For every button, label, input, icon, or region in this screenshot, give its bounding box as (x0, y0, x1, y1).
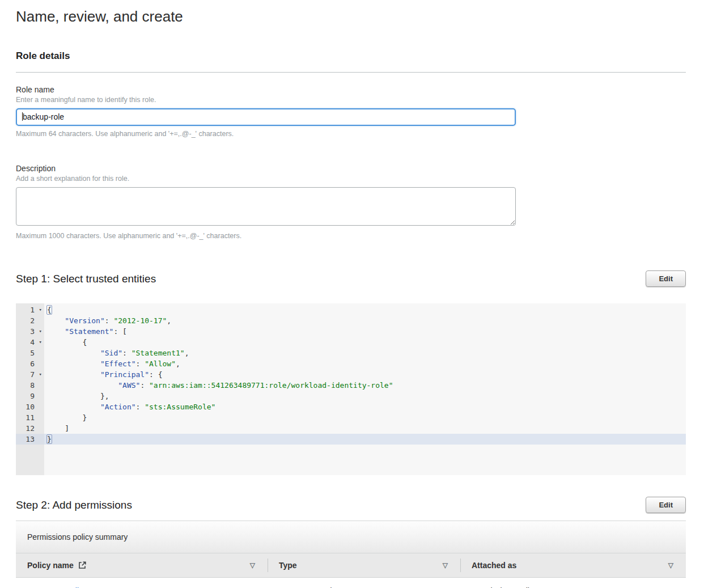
role-name-hint: Maximum 64 characters. Use alphanumeric … (16, 130, 686, 138)
gutter-line: 12 (16, 423, 44, 434)
gutter-line: 7▾ (16, 369, 44, 380)
step2-header-row: Step 2: Add permissions Edit (16, 497, 686, 513)
role-name-help: Enter a meaningful name to identify this… (16, 96, 686, 104)
code-line[interactable]: "Version": "2012-10-17", (44, 315, 686, 326)
table-row: AmazonS3FullAccess AWS managed Permissio… (16, 578, 686, 588)
column-header-type[interactable]: Type ▽ (268, 553, 460, 577)
step2-heading: Step 2: Add permissions (16, 499, 132, 511)
description-hint: Maximum 1000 characters. Use alphanumeri… (16, 232, 686, 240)
code-line[interactable]: "Sid": "Statement1", (44, 348, 686, 358)
code-line[interactable]: "AWS": "arn:aws:iam::541263489771:role/w… (44, 380, 686, 391)
gutter-line: 4▾ (16, 337, 44, 348)
code-line[interactable]: "Effect": "Allow", (44, 358, 686, 369)
gutter-line: 11 (16, 412, 44, 423)
column-header-attached-as[interactable]: Attached as ▽ (460, 553, 686, 577)
code-line[interactable]: "Action": "sts:AssumeRole" (44, 401, 686, 412)
gutter-line: 1▾ (16, 304, 44, 315)
code-line[interactable]: "Principal": { (44, 369, 686, 380)
gutter-line: 3▾ (16, 326, 44, 337)
gutter-line: 9 (16, 391, 44, 401)
fold-arrow-icon[interactable]: ▾ (39, 370, 42, 379)
filter-triangle-icon[interactable]: ▽ (668, 562, 673, 569)
code-line[interactable]: }, (44, 391, 686, 401)
code-line[interactable]: ] (44, 423, 686, 434)
gutter-line: 8 (16, 380, 44, 391)
table-header-row: Policy name ▽ Type ▽ Attached as ▽ (16, 553, 686, 578)
code-line[interactable]: "Statement": [ (44, 326, 686, 337)
trust-policy-editor[interactable]: 1▾23▾4▾567▾8910111213 { "Version": "2012… (16, 303, 686, 475)
editor-content[interactable]: { "Version": "2012-10-17", "Statement": … (44, 303, 686, 475)
fold-arrow-icon[interactable]: ▾ (39, 337, 42, 347)
description-field: Description Add a short explanation for … (16, 164, 686, 240)
filter-triangle-icon[interactable]: ▽ (250, 562, 255, 569)
code-line[interactable]: } (44, 434, 686, 445)
gutter-line: 2 (16, 315, 44, 326)
gutter-line: 10 (16, 401, 44, 412)
role-name-label: Role name (16, 85, 686, 94)
step2-edit-button[interactable]: Edit (646, 497, 686, 513)
description-textarea[interactable] (16, 187, 516, 226)
column-header-policy-name[interactable]: Policy name ▽ (16, 553, 268, 577)
gutter-line: 13 (16, 434, 44, 445)
fold-arrow-icon[interactable]: ▾ (39, 327, 42, 336)
role-name-value: backup-role (23, 112, 64, 121)
permissions-panel-title: Permissions policy summary (16, 521, 686, 553)
permissions-panel: Permissions policy summary Policy name ▽… (16, 521, 686, 588)
editor-gutter: 1▾23▾4▾567▾8910111213 (16, 303, 44, 475)
gutter-line: 5 (16, 348, 44, 358)
role-details-heading: Role details (16, 50, 686, 62)
step1-heading: Step 1: Select trusted entities (16, 273, 156, 285)
filter-triangle-icon[interactable]: ▽ (443, 562, 448, 569)
section-divider (16, 72, 686, 73)
code-line[interactable]: { (44, 337, 686, 348)
external-link-icon (78, 561, 86, 569)
role-name-field: Role name Enter a meaningful name to ide… (16, 85, 686, 138)
page-title: Name, review, and create (16, 8, 686, 26)
gutter-line: 6 (16, 358, 44, 369)
fold-arrow-icon[interactable]: ▾ (39, 305, 42, 315)
step1-header-row: Step 1: Select trusted entities Edit (16, 270, 686, 287)
description-label: Description (16, 164, 686, 173)
role-name-input[interactable]: backup-role (16, 108, 516, 126)
description-help: Add a short explanation for this role. (16, 175, 686, 183)
code-line[interactable]: { (44, 304, 686, 315)
code-line[interactable]: } (44, 412, 686, 423)
step1-edit-button[interactable]: Edit (646, 270, 686, 287)
